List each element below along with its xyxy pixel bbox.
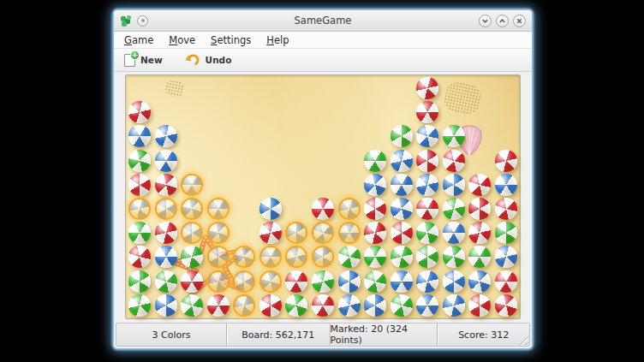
- green-ball[interactable]: [391, 294, 413, 317]
- marked-ball[interactable]: [338, 198, 361, 220]
- green-ball[interactable]: [443, 125, 465, 147]
- green-ball[interactable]: [391, 246, 413, 268]
- red-ball[interactable]: [468, 198, 491, 220]
- red-ball[interactable]: [312, 294, 334, 317]
- blue-ball[interactable]: [259, 198, 282, 220]
- red-ball[interactable]: [364, 198, 386, 220]
- green-ball[interactable]: [285, 294, 307, 317]
- green-ball[interactable]: [364, 150, 386, 172]
- red-ball[interactable]: [495, 270, 517, 293]
- marked-ball[interactable]: [312, 246, 334, 268]
- marked-ball[interactable]: [155, 198, 177, 220]
- close-button[interactable]: [513, 15, 526, 27]
- green-ball[interactable]: [155, 270, 177, 293]
- blue-ball[interactable]: [391, 198, 413, 220]
- green-ball[interactable]: [391, 125, 413, 147]
- green-ball[interactable]: [443, 246, 465, 268]
- red-ball[interactable]: [416, 77, 438, 99]
- marked-ball[interactable]: [181, 222, 203, 244]
- red-ball[interactable]: [259, 222, 282, 244]
- blue-ball[interactable]: [338, 294, 361, 317]
- marked-ball[interactable]: [259, 270, 282, 293]
- green-ball[interactable]: [495, 222, 517, 244]
- red-ball[interactable]: [259, 294, 282, 317]
- marked-ball[interactable]: [259, 246, 282, 268]
- minimize-button[interactable]: [479, 15, 492, 27]
- blue-ball[interactable]: [155, 294, 177, 317]
- green-ball[interactable]: [416, 222, 438, 244]
- blue-ball[interactable]: [443, 174, 465, 196]
- blue-ball[interactable]: [416, 174, 438, 196]
- green-ball[interactable]: [443, 198, 465, 220]
- blue-ball[interactable]: [416, 125, 438, 147]
- red-ball[interactable]: [312, 198, 334, 220]
- marked-ball[interactable]: [285, 222, 307, 244]
- marked-ball[interactable]: [128, 198, 151, 220]
- red-ball[interactable]: [495, 150, 517, 172]
- green-ball[interactable]: [128, 150, 151, 172]
- blue-ball[interactable]: [443, 222, 465, 244]
- red-ball[interactable]: [128, 101, 151, 123]
- red-ball[interactable]: [155, 222, 177, 244]
- menu-move[interactable]: Move: [162, 33, 202, 48]
- red-ball[interactable]: [391, 222, 413, 244]
- green-ball[interactable]: [312, 270, 334, 293]
- blue-ball[interactable]: [364, 294, 386, 317]
- red-ball[interactable]: [495, 294, 517, 317]
- red-ball[interactable]: [468, 222, 491, 244]
- red-ball[interactable]: [128, 174, 151, 196]
- blue-ball[interactable]: [495, 246, 517, 268]
- blue-ball[interactable]: [391, 174, 413, 196]
- marked-ball[interactable]: [233, 270, 255, 293]
- marked-ball[interactable]: [233, 294, 255, 317]
- blue-ball[interactable]: [443, 294, 465, 317]
- menu-help[interactable]: Help: [259, 33, 295, 48]
- blue-ball[interactable]: [416, 294, 438, 317]
- red-ball[interactable]: [416, 198, 438, 220]
- red-ball[interactable]: [364, 222, 386, 244]
- undo-button[interactable]: Undo: [180, 51, 237, 68]
- shade-button[interactable]: [137, 15, 148, 27]
- new-game-button[interactable]: + New: [119, 52, 168, 68]
- red-ball[interactable]: [443, 150, 465, 172]
- marked-ball[interactable]: [207, 198, 230, 220]
- marked-ball[interactable]: [285, 246, 307, 268]
- blue-ball[interactable]: [416, 270, 438, 293]
- blue-ball[interactable]: [495, 174, 517, 196]
- menu-game[interactable]: Game: [117, 33, 160, 48]
- marked-ball[interactable]: [207, 246, 230, 268]
- red-ball[interactable]: [468, 174, 491, 196]
- red-ball[interactable]: [181, 270, 203, 293]
- green-ball[interactable]: [181, 294, 203, 317]
- green-ball[interactable]: [364, 246, 386, 268]
- green-ball[interactable]: [468, 246, 491, 268]
- marked-ball[interactable]: [233, 246, 255, 268]
- blue-ball[interactable]: [443, 270, 465, 293]
- blue-ball[interactable]: [391, 150, 413, 172]
- green-ball[interactable]: [128, 294, 151, 317]
- marked-ball[interactable]: [181, 174, 203, 196]
- blue-ball[interactable]: [128, 125, 151, 147]
- app-icon[interactable]: [120, 15, 133, 27]
- blue-ball[interactable]: [364, 174, 386, 196]
- red-ball[interactable]: [468, 294, 491, 317]
- blue-ball[interactable]: [155, 125, 177, 147]
- green-ball[interactable]: [128, 270, 151, 293]
- marked-ball[interactable]: [207, 270, 230, 293]
- menu-settings[interactable]: Settings: [204, 33, 258, 48]
- green-ball[interactable]: [364, 270, 386, 293]
- marked-ball[interactable]: [207, 222, 230, 244]
- red-ball[interactable]: [416, 150, 438, 172]
- blue-ball[interactable]: [338, 270, 361, 293]
- red-ball[interactable]: [416, 101, 438, 123]
- red-ball[interactable]: [495, 198, 517, 220]
- blue-ball[interactable]: [155, 246, 177, 268]
- maximize-button[interactable]: [496, 15, 509, 27]
- marked-ball[interactable]: [312, 222, 334, 244]
- green-ball[interactable]: [181, 246, 203, 268]
- green-ball[interactable]: [416, 246, 438, 268]
- red-ball[interactable]: [128, 246, 151, 268]
- marked-ball[interactable]: [338, 222, 361, 244]
- marked-ball[interactable]: [181, 198, 203, 220]
- green-ball[interactable]: [338, 246, 361, 268]
